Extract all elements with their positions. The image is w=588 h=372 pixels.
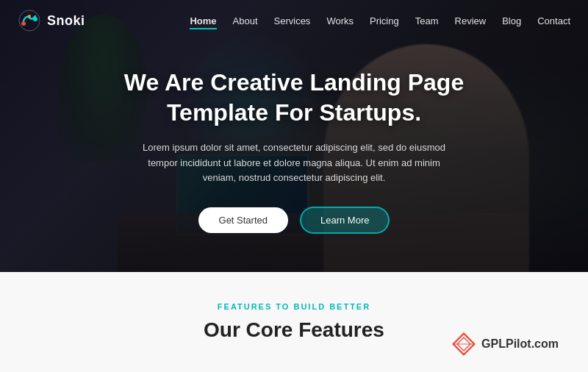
svg-point-1	[21, 21, 26, 26]
gpl-domain: Pilot.com	[506, 337, 559, 350]
features-section: FEATURES TO BUILD BETTER Our Core Featur…	[0, 272, 588, 372]
nav-item-home[interactable]: Home	[190, 14, 216, 27]
nav-item-services[interactable]: Services	[274, 14, 311, 27]
svg-point-2	[33, 17, 37, 21]
gpl-text: GPLPilot.com	[481, 337, 559, 351]
features-label: FEATURES TO BUILD BETTER	[218, 302, 370, 311]
nav-link-blog[interactable]: Blog	[502, 15, 521, 26]
nav-item-contact[interactable]: Contact	[537, 14, 570, 27]
logo-icon	[18, 9, 41, 32]
learn-more-button[interactable]: Learn More	[300, 207, 390, 234]
gpl-brand: GPL	[481, 337, 506, 350]
hero-subtitle: Lorem ipsum dolor sit amet, consectetur …	[132, 140, 456, 186]
nav-item-about[interactable]: About	[233, 14, 258, 27]
nav-links: Home About Services Works Pricing Team R…	[190, 14, 570, 27]
gpl-diamond-icon	[451, 331, 477, 357]
nav-link-works[interactable]: Works	[326, 15, 354, 26]
nav-item-team[interactable]: Team	[415, 14, 439, 27]
nav-item-works[interactable]: Works	[326, 14, 354, 27]
get-started-button[interactable]: Get Started	[198, 207, 288, 233]
gpl-watermark: GPLPilot.com	[451, 331, 559, 357]
nav-link-team[interactable]: Team	[415, 15, 439, 26]
features-title: Our Core Features	[204, 318, 384, 342]
nav-link-pricing[interactable]: Pricing	[370, 15, 399, 26]
nav-item-blog[interactable]: Blog	[502, 14, 521, 27]
nav-link-review[interactable]: Review	[455, 15, 487, 26]
navbar: Snoki Home About Services Works Pricing …	[0, 0, 588, 41]
nav-item-review[interactable]: Review	[455, 14, 487, 27]
nav-link-contact[interactable]: Contact	[537, 15, 570, 26]
brand-name: Snoki	[47, 13, 85, 29]
hero-buttons: Get Started Learn More	[198, 207, 390, 234]
nav-link-about[interactable]: About	[233, 15, 258, 26]
nav-item-pricing[interactable]: Pricing	[370, 14, 399, 27]
hero-section: Snoki Home About Services Works Pricing …	[0, 0, 588, 272]
svg-point-3	[28, 15, 31, 18]
hero-title: We Are Creative Landing Page Template Fo…	[103, 68, 485, 129]
nav-link-services[interactable]: Services	[274, 15, 311, 26]
logo[interactable]: Snoki	[18, 9, 85, 32]
nav-link-home[interactable]: Home	[190, 15, 216, 29]
